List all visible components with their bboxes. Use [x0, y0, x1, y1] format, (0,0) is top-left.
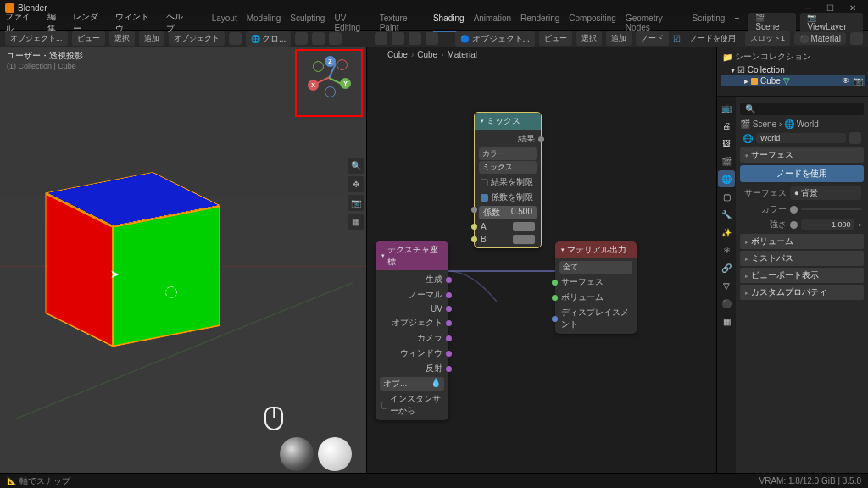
- socket-generated[interactable]: 生成: [376, 272, 448, 287]
- world-color-swatch[interactable]: [801, 208, 861, 210]
- gizmo-y-axis[interactable]: Y: [340, 78, 351, 89]
- socket-displacement[interactable]: ディスプレイスメント: [555, 305, 637, 332]
- mix-blendmode-dropdown[interactable]: ミックス: [479, 161, 537, 174]
- cube-object[interactable]: [79, 182, 223, 371]
- tab-output-icon[interactable]: 🖨: [718, 117, 735, 134]
- panel-viewport-display[interactable]: ▸ビューポート表示: [740, 268, 864, 283]
- node-texcoord-header[interactable]: ▾テクスチャ座標: [376, 241, 448, 270]
- world-datablock[interactable]: World: [756, 133, 846, 143]
- object-menu[interactable]: オブジェクト: [169, 31, 225, 46]
- viewport-shading-rendered-icon[interactable]: [426, 32, 438, 45]
- shader-node-menu[interactable]: ノード: [636, 31, 669, 46]
- material-selector[interactable]: ⚫ Material: [794, 32, 846, 45]
- texcoord-object-field[interactable]: オブ...💧: [380, 377, 444, 391]
- node-texture-coordinate[interactable]: ▾テクスチャ座標 生成 ノーマル UV オブジェクト カメラ ウィンドウ 反射 …: [376, 241, 448, 420]
- tab-physics-icon[interactable]: ⚛: [718, 241, 735, 258]
- socket-mix-b[interactable]: B: [475, 233, 541, 246]
- viewport-shading-solid-icon[interactable]: [392, 32, 404, 45]
- world-strength-field[interactable]: 1.000: [801, 219, 854, 230]
- gizmo-z-axis[interactable]: Z: [325, 56, 336, 67]
- maximize-button[interactable]: ☐: [826, 3, 834, 13]
- add-menu[interactable]: 追加: [139, 31, 164, 46]
- tab-rendering[interactable]: Rendering: [520, 14, 559, 32]
- tab-texture-icon[interactable]: ▦: [718, 313, 735, 330]
- panel-volume[interactable]: ▸ボリューム: [740, 234, 864, 249]
- matcap-sphere[interactable]: [318, 437, 352, 471]
- tab-texture[interactable]: Texture Paint: [380, 14, 424, 32]
- socket-mix-a[interactable]: A: [475, 220, 541, 233]
- tab-modeling[interactable]: Modeling: [247, 14, 281, 32]
- tab-particles-icon[interactable]: ✨: [718, 224, 735, 241]
- outliner-scene-collection[interactable]: 📁 シーンコレクション: [721, 49, 865, 64]
- close-button[interactable]: ✕: [849, 3, 856, 13]
- panel-custom-properties[interactable]: ▸カスタムプロパティ: [740, 285, 864, 300]
- breadcrumb-material[interactable]: Material: [448, 50, 478, 59]
- breadcrumb-cube2[interactable]: Cube: [417, 50, 437, 59]
- breadcrumb-cube[interactable]: Cube: [387, 50, 408, 59]
- clamp-factor-toggle[interactable]: 係数を制限: [475, 190, 541, 205]
- viewlayer-selector[interactable]: 📷 ViewLayer: [800, 13, 863, 32]
- perspective-icon[interactable]: ▦: [348, 214, 364, 230]
- navigation-gizmo[interactable]: Z X Y: [309, 58, 350, 98]
- tab-scene-icon[interactable]: 🎬: [718, 152, 735, 169]
- use-nodes-button[interactable]: ノードを使用: [740, 165, 864, 182]
- gizmo-x-axis[interactable]: X: [308, 80, 319, 91]
- use-nodes-toggle[interactable]: ノードを使用: [685, 31, 741, 46]
- viewport-shading-wire-icon[interactable]: [375, 32, 387, 45]
- mix-datatype-dropdown[interactable]: カラー: [479, 147, 537, 160]
- tab-viewlayer-icon[interactable]: 🖼: [718, 135, 735, 152]
- outliner[interactable]: 📁 シーンコレクション ▾ ☑ Collection ▸ Cube ▽👁 📷: [717, 47, 868, 97]
- tab-geonodes[interactable]: Geometry Nodes: [626, 14, 683, 32]
- tab-render-icon[interactable]: 📺: [718, 99, 735, 116]
- socket-reflection[interactable]: 反射: [376, 361, 448, 376]
- tab-layout[interactable]: Layout: [212, 14, 237, 32]
- tab-object-icon[interactable]: ▢: [718, 188, 735, 205]
- shader-view-menu[interactable]: ビュー: [539, 31, 572, 46]
- tab-animation[interactable]: Animation: [474, 14, 511, 32]
- tab-uv[interactable]: UV Editing: [334, 14, 370, 32]
- node-mix-header[interactable]: ▾ミックス: [475, 113, 541, 130]
- new-world-icon[interactable]: [849, 132, 861, 144]
- outliner-cube[interactable]: ▸ Cube ▽👁 📷: [721, 75, 865, 86]
- socket-camera[interactable]: カメラ: [376, 330, 448, 346]
- socket-window[interactable]: ウィンドウ: [376, 346, 448, 361]
- zoom-icon[interactable]: 🔍: [348, 158, 364, 174]
- shader-object-mode[interactable]: 🔵 オブジェクト...: [455, 31, 535, 47]
- node-material-output[interactable]: ▾マテリアル出力 全て サーフェス ボリューム ディスプレイスメント: [555, 241, 637, 334]
- pivot-icon[interactable]: [295, 32, 308, 45]
- socket-mix-result[interactable]: 結果: [475, 131, 541, 147]
- tab-shading[interactable]: Shading: [433, 14, 465, 32]
- proportional-icon[interactable]: [329, 32, 342, 45]
- mix-factor-slider[interactable]: 係数0.500: [479, 206, 537, 219]
- camera-icon[interactable]: 📷: [348, 195, 364, 211]
- move-view-icon[interactable]: ✥: [348, 176, 364, 192]
- outliner-collection[interactable]: ▾ ☑ Collection: [721, 64, 865, 75]
- from-instancer-toggle[interactable]: インスタンサーから: [376, 391, 448, 419]
- slot-selector[interactable]: スロット1: [745, 31, 790, 46]
- world-color-dot[interactable]: [790, 206, 798, 214]
- tab-sculpting[interactable]: Sculpting: [290, 14, 325, 32]
- socket-uv[interactable]: UV: [376, 302, 448, 315]
- tab-world-icon[interactable]: 🌐: [718, 170, 735, 187]
- select-mode-icon[interactable]: [229, 32, 242, 45]
- socket-surface[interactable]: サーフェス: [555, 274, 637, 290]
- panel-mistpass[interactable]: ▸ミストパス: [740, 251, 864, 266]
- 3d-viewport[interactable]: ユーザー・透視投影 (1) Collection | Cube ➤ Z X Y …: [0, 47, 366, 473]
- shader-select-menu[interactable]: 選択: [576, 31, 602, 46]
- socket-normal[interactable]: ノーマル: [376, 287, 448, 302]
- orientation-dropdown[interactable]: 🌐 グロ...: [246, 31, 292, 47]
- tab-material-icon[interactable]: ⚫: [718, 295, 735, 312]
- socket-volume[interactable]: ボリューム: [555, 290, 637, 305]
- panel-surface[interactable]: ▾サーフェス: [740, 147, 864, 163]
- tab-compositing[interactable]: Compositing: [569, 14, 616, 32]
- mode-dropdown[interactable]: オブジェクト...: [5, 31, 68, 46]
- shader-add-menu[interactable]: 追加: [606, 31, 632, 46]
- viewport-shading-material-icon[interactable]: [409, 32, 421, 45]
- pin-icon[interactable]: [850, 32, 863, 45]
- tab-constraints-icon[interactable]: 🔗: [718, 259, 735, 276]
- shader-editor[interactable]: Cube › Cube › Material ▾ミックス 結果 カラー ミックス…: [366, 47, 716, 473]
- output-target-dropdown[interactable]: 全て: [559, 261, 632, 274]
- socket-object[interactable]: オブジェクト: [376, 315, 448, 330]
- node-mix[interactable]: ▾ミックス 結果 カラー ミックス 結果を制限 係数を制限 係数0.500 A …: [474, 112, 542, 248]
- minimize-button[interactable]: ─: [805, 3, 811, 13]
